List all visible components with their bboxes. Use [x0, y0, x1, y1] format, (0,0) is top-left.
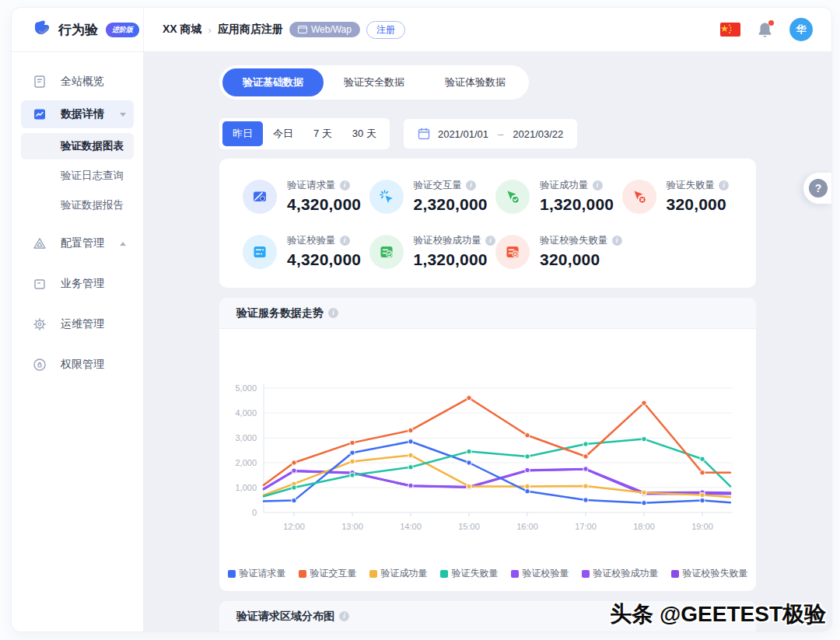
data-point — [408, 428, 413, 432]
sidebar-item-permission[interactable]: 权限管理 — [21, 351, 134, 379]
x-axis-label: 18:00 — [633, 522, 655, 531]
date-range-picker[interactable]: 2021/01/01 – 2021/03/22 — [404, 119, 577, 149]
notification-dot — [768, 20, 774, 26]
language-flag-icon[interactable] — [720, 23, 740, 37]
list-fail-icon — [495, 235, 530, 269]
tab-basic-data[interactable]: 验证基础数据 — [222, 68, 324, 96]
data-point — [350, 450, 355, 455]
legend-item[interactable]: 验证校验成功量 — [582, 567, 659, 580]
request-window-icon — [243, 180, 277, 214]
legend-item[interactable]: 验证校验失败量 — [671, 567, 748, 580]
app-window: 行为验 进阶版 XX 商城 › 应用商店注册 Web/Wap 注册 — [12, 8, 831, 631]
legend-item[interactable]: 验证交互量 — [299, 567, 357, 580]
sidebar-item-overview[interactable]: 全站概览 — [21, 68, 134, 96]
info-icon[interactable]: i — [593, 180, 603, 191]
chart-legend: 验证请求量验证交互量验证成功量验证失败量验证校验量验证校验成功量验证校验失败量 — [219, 567, 756, 580]
data-point — [408, 439, 413, 444]
data-point — [350, 440, 355, 445]
sidebar-subitem-data-report[interactable]: 验证数据报告 — [21, 192, 134, 219]
interact-click-icon — [369, 180, 404, 214]
info-icon[interactable]: i — [328, 308, 338, 318]
data-point — [583, 498, 588, 502]
data-point — [583, 467, 588, 471]
sidebar-subitem-label: 验证日志查询 — [61, 169, 124, 183]
legend-item[interactable]: 验证失败量 — [440, 567, 499, 580]
sidebar-item-config[interactable]: 配置管理 — [21, 229, 134, 257]
data-point — [467, 484, 471, 488]
legend-item[interactable]: 验证校验量 — [511, 567, 569, 580]
range-today[interactable]: 今日 — [263, 121, 303, 146]
stat-fail-count: 验证失败量i 320,000 — [622, 179, 749, 214]
legend-label: 验证成功量 — [381, 567, 428, 580]
breadcrumb-root[interactable]: XX 商城 — [163, 23, 202, 37]
legend-label: 验证请求量 — [240, 567, 286, 580]
sidebar-item-label: 业务管理 — [61, 277, 126, 291]
data-point — [700, 492, 705, 497]
legend-swatch — [299, 570, 306, 578]
legend-label: 验证交互量 — [310, 567, 357, 580]
sidebar-item-data-detail[interactable]: 数据详情 — [21, 100, 134, 128]
stat-value: 4,320,000 — [287, 195, 361, 214]
header-actions: 华 — [720, 18, 831, 41]
stat-label: 验证校验量 — [287, 234, 336, 247]
y-axis-label: 2,000 — [235, 458, 257, 467]
help-question-icon: ? — [809, 179, 828, 198]
help-button[interactable]: ? — [803, 173, 831, 204]
legend-label: 验证校验量 — [523, 567, 569, 580]
sidebar-subitem-label: 验证数据图表 — [61, 139, 124, 153]
tab-security-data[interactable]: 验证安全数据 — [324, 68, 425, 96]
info-icon[interactable]: i — [719, 180, 729, 191]
tab-experience-data[interactable]: 验证体验数据 — [425, 68, 526, 96]
sidebar-item-ops[interactable]: 运维管理 — [21, 310, 134, 338]
legend-swatch — [228, 570, 236, 578]
range-yesterday[interactable]: 昨日 — [222, 121, 263, 146]
y-axis-label: 1,000 — [235, 483, 257, 492]
sidebar-subitem-data-charts[interactable]: 验证数据图表 — [21, 133, 134, 159]
data-point — [700, 470, 705, 475]
legend-label: 验证校验失败量 — [683, 567, 748, 580]
info-icon[interactable]: i — [340, 180, 350, 191]
stat-verify-fail-count: 验证校验失败量i 320,000 — [495, 234, 622, 269]
cursor-success-icon — [495, 180, 530, 214]
range-30d[interactable]: 30 天 — [342, 121, 387, 146]
legend-swatch — [671, 570, 679, 578]
legend-item[interactable]: 验证请求量 — [228, 567, 286, 580]
stat-value: 4,320,000 — [287, 250, 361, 269]
x-axis-label: 17:00 — [575, 522, 597, 531]
data-point — [583, 484, 588, 488]
stat-label: 验证交互量 — [414, 179, 463, 192]
sidebar-subitem-log-query[interactable]: 验证日志查询 — [21, 163, 134, 189]
breadcrumb-current: 应用商店注册 — [218, 23, 283, 37]
body: 全站概览 数据详情 验证数据图表 验证日志查询 验证数 — [12, 52, 831, 631]
data-point — [292, 485, 296, 490]
stat-label: 验证校验失败量 — [540, 234, 608, 247]
permission-lock-icon — [33, 358, 47, 372]
data-point — [583, 454, 588, 459]
stat-verify-success-count: 验证校验成功量i 1,320,000 — [369, 234, 496, 269]
logo[interactable]: 行为验 进阶版 — [12, 8, 144, 51]
data-point — [642, 490, 646, 495]
x-axis-label: 13:00 — [341, 522, 363, 531]
info-icon[interactable]: i — [485, 236, 495, 246]
info-icon[interactable]: i — [466, 180, 476, 191]
sidebar-item-business[interactable]: 业务管理 — [21, 270, 134, 298]
notification-bell-icon[interactable] — [758, 22, 772, 38]
main-area: 验证基础数据 验证安全数据 验证体验数据 昨日 今日 7 天 30 天 — [144, 52, 831, 631]
stats-card: 验证请求量i 4,320,000 — [219, 159, 756, 288]
chevron-up-icon — [120, 242, 126, 246]
legend-item[interactable]: 验证成功量 — [369, 567, 428, 580]
info-icon[interactable]: i — [339, 611, 349, 621]
page: 行为验 进阶版 XX 商城 › 应用商店注册 Web/Wap 注册 — [0, 0, 840, 640]
calendar-icon — [418, 128, 430, 140]
user-avatar[interactable]: 华 — [789, 18, 813, 41]
info-icon[interactable]: i — [340, 236, 350, 246]
y-axis-label: 4,000 — [235, 408, 257, 418]
range-7d[interactable]: 7 天 — [303, 121, 342, 146]
y-axis-label: 3,000 — [235, 433, 257, 442]
stat-verify-count: 验证校验量i 4,320,000 — [243, 234, 369, 269]
date-end: 2021/03/22 — [513, 128, 563, 140]
info-icon[interactable]: i — [612, 236, 622, 246]
x-axis-label: 12:00 — [283, 522, 305, 531]
quick-range-group: 昨日 今日 7 天 30 天 — [219, 118, 390, 149]
legend-swatch — [440, 570, 448, 578]
